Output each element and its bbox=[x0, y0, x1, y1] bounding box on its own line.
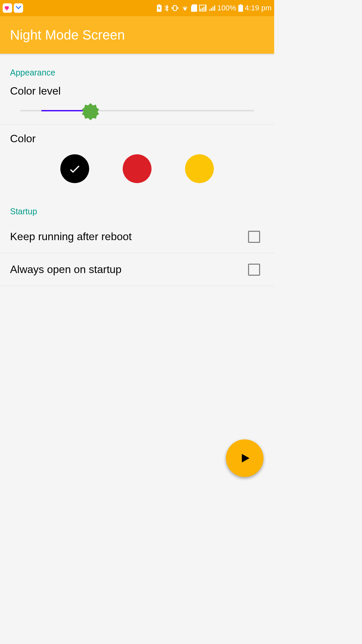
status-bar: 100% 4:19 pm bbox=[0, 0, 274, 16]
always-open-row[interactable]: Always open on startup bbox=[0, 253, 274, 286]
sdcard-icon bbox=[191, 4, 197, 12]
color-swatch-yellow[interactable] bbox=[185, 154, 214, 183]
moon-icon[interactable] bbox=[81, 102, 100, 121]
section-header-startup: Startup bbox=[0, 203, 274, 220]
keep-running-checkbox[interactable] bbox=[248, 231, 260, 243]
keep-running-row[interactable]: Keep running after reboot bbox=[0, 220, 274, 253]
color-swatch-red[interactable] bbox=[123, 154, 152, 183]
app-bar: Night Mode Screen bbox=[0, 16, 274, 54]
check-icon bbox=[68, 162, 82, 176]
app-title: Night Mode Screen bbox=[10, 28, 125, 43]
wifi-icon bbox=[181, 5, 189, 11]
bluetooth-icon bbox=[164, 4, 169, 12]
play-icon bbox=[239, 451, 250, 465]
status-left bbox=[3, 3, 23, 13]
always-open-label: Always open on startup bbox=[10, 263, 122, 276]
notification-app-icon-2 bbox=[14, 3, 23, 13]
signal-icon-1 bbox=[199, 5, 206, 11]
battery-saver-icon bbox=[156, 4, 162, 12]
color-swatch-row bbox=[0, 148, 274, 203]
keep-running-label: Keep running after reboot bbox=[10, 230, 132, 243]
status-right: 100% 4:19 pm bbox=[156, 4, 272, 12]
color-label: Color bbox=[0, 124, 274, 148]
fab-play-button[interactable] bbox=[226, 439, 263, 477]
vibrate-icon bbox=[171, 4, 179, 12]
clock-text: 4:19 pm bbox=[245, 4, 272, 12]
signal-icon-2 bbox=[208, 5, 215, 11]
always-open-checkbox[interactable] bbox=[248, 264, 260, 276]
color-level-label: Color level bbox=[0, 82, 274, 99]
battery-icon bbox=[238, 4, 243, 12]
color-level-slider[interactable] bbox=[0, 99, 274, 124]
battery-text: 100% bbox=[217, 4, 236, 12]
svg-marker-0 bbox=[82, 103, 99, 120]
section-header-appearance: Appearance bbox=[0, 54, 274, 82]
notification-app-icon-1 bbox=[3, 3, 12, 13]
color-swatch-black[interactable] bbox=[60, 154, 89, 183]
